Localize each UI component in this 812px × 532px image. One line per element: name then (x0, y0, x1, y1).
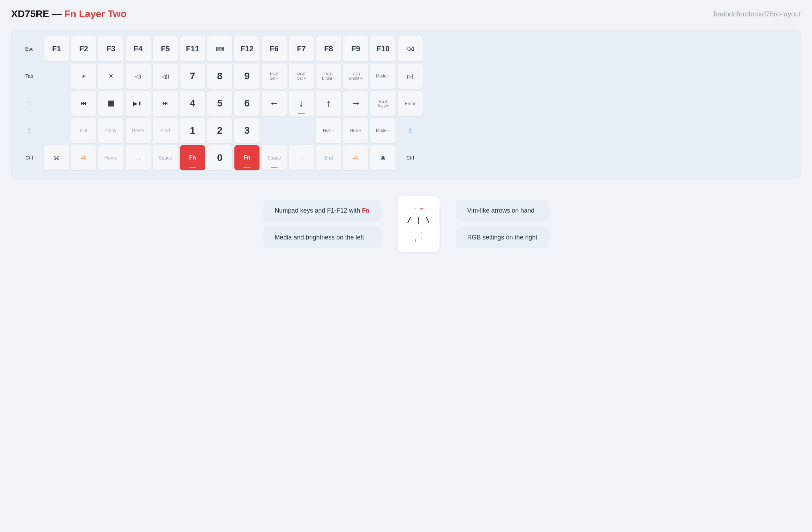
key-stop[interactable]: ⬛ (98, 91, 123, 116)
key-num2[interactable]: 2 (207, 118, 232, 143)
key-fn-indicator-right (243, 167, 250, 168)
key-copy[interactable]: Copy (98, 118, 123, 143)
page-header: XD75RE — Fn Layer Two braindefender/xd75… (11, 8, 801, 20)
key-cut[interactable]: Cut (71, 118, 96, 143)
key-rgb-bright-minus[interactable]: RGBBright – (316, 64, 341, 89)
key-vol-up[interactable]: ◁)) (153, 64, 178, 89)
key-find[interactable]: Find (153, 118, 178, 143)
legend-media: Media and brightness on the left (263, 227, 381, 248)
key-fn-right[interactable]: Fn (234, 145, 260, 170)
key-play-pause[interactable]: ▶⏸ (126, 91, 151, 116)
key-f10[interactable]: F10 (370, 36, 396, 61)
key-space-right[interactable]: Space (262, 145, 287, 170)
legend-rgb-settings: RGB settings on the right (456, 227, 549, 248)
key-f12[interactable]: F12 (234, 36, 260, 61)
legend-left: Numpad keys and F1-F12 with Fn Media and… (263, 200, 381, 248)
key-num1[interactable]: 1 (180, 118, 205, 143)
key-f11[interactable]: F11 (180, 36, 205, 61)
key-num0[interactable]: 0 (207, 145, 232, 170)
key-period-colon[interactable]: . : (289, 145, 314, 170)
key-esc[interactable]: Esc (17, 36, 42, 61)
legend-area: Numpad keys and F1-F12 with Fn Media and… (11, 196, 801, 252)
key-cmd-left[interactable]: ⌘ (44, 145, 69, 170)
key-f4[interactable]: F4 (126, 36, 151, 61)
key-space-left[interactable]: Space (153, 145, 178, 170)
key-fn-left[interactable]: Fn (180, 145, 205, 170)
key-alt-left[interactable]: Alt (71, 145, 96, 170)
legend-numpad: Numpad keys and F1-F12 with Fn (263, 200, 381, 221)
key-space-indicator (271, 167, 278, 168)
key-backspace[interactable]: ⌫ (398, 36, 423, 61)
keyboard-layout: Esc F1 F2 F3 F4 F5 F11 ⌨ F12 F6 F7 F8 F9… (11, 29, 801, 179)
key-hue-minus[interactable]: Hue – (316, 118, 341, 143)
keyboard-row-4: ⇧ Cut Copy Paste Find 1 2 3 Hue – Hue + … (17, 118, 795, 143)
key-f9[interactable]: F9 (343, 36, 368, 61)
key-f1[interactable]: F1 (44, 36, 69, 61)
key-f6[interactable]: F6 (262, 36, 287, 61)
key-f8[interactable]: F8 (316, 36, 341, 61)
key-ctrl-left[interactable]: Ctrl (17, 145, 42, 170)
key-arrow-left[interactable]: ← (262, 91, 287, 116)
key-paste[interactable]: Paste (126, 118, 151, 143)
key-shift-left-r3: ⇧ (17, 91, 42, 116)
legend-vim-arrows: Vim-like arrows on hand (456, 200, 549, 221)
key-forward-delete[interactable]: ▷| (398, 64, 423, 89)
key-tab[interactable]: Tab (17, 64, 42, 89)
key-ctrl-right[interactable]: Ctrl (398, 145, 423, 170)
key-num5[interactable]: 5 (207, 91, 232, 116)
keyboard-row-5: Ctrl ⌘ Alt Home , ; Space Fn 0 Fn Space … (17, 145, 795, 170)
key-next-track[interactable]: ⏭ (153, 91, 178, 116)
key-f7[interactable]: F7 (289, 36, 314, 61)
key-mode-plus[interactable]: Mode + (370, 64, 396, 89)
key-num8[interactable]: 8 (207, 64, 232, 89)
title-highlight: Fn Layer Two (65, 8, 127, 19)
key-num3[interactable]: 3 (234, 118, 260, 143)
key-keyboard-icon[interactable]: ⌨ (207, 36, 232, 61)
key-end[interactable]: End (316, 145, 341, 170)
key-num7[interactable]: 7 (180, 64, 205, 89)
page-title: XD75RE — Fn Layer Two (11, 8, 127, 20)
key-brightness-down[interactable]: ☀ (71, 64, 96, 89)
legend-right: Vim-like arrows on hand RGB settings on … (456, 200, 549, 248)
key-num6[interactable]: 6 (234, 91, 260, 116)
key-empty-r4-2 (262, 118, 287, 143)
key-mode-minus[interactable]: Mode – (370, 118, 396, 143)
key-empty-r4-3 (289, 118, 314, 143)
keyboard-row-3: ⇧ ⏮ ⬛ ▶⏸ ⏭ 4 5 6 ← ↓ ↑ → RGBToggle Enter (17, 91, 795, 116)
key-f2[interactable]: F2 (71, 36, 96, 61)
key-cmd-right[interactable]: ⌘ (370, 145, 396, 170)
key-brightness-up[interactable]: ☀ (98, 64, 123, 89)
key-rgb-bright-plus[interactable]: RGBBright + (343, 64, 368, 89)
key-arrow-up[interactable]: ↑ (316, 91, 341, 116)
key-shift-left-r4: ⇧ (17, 118, 42, 143)
key-vol-down[interactable]: ◁) (126, 64, 151, 89)
key-home[interactable]: Home (98, 145, 123, 170)
key-comma-semi[interactable]: , ; (126, 145, 151, 170)
legend-center-diagram: - — / | \ ` , ; " (398, 196, 439, 252)
key-arrow-right[interactable]: → (343, 91, 368, 116)
key-empty-r4-1 (44, 118, 69, 143)
key-prev-track[interactable]: ⏮ (71, 91, 96, 116)
keyboard-row-2: Tab ☀ ☀ ◁) ◁)) 7 8 9 RGBSat – RGBSat + R… (17, 64, 795, 89)
keyboard-row-1: Esc F1 F2 F3 F4 F5 F11 ⌨ F12 F6 F7 F8 F9… (17, 36, 795, 61)
key-f3[interactable]: F3 (98, 36, 123, 61)
page-subtitle: braindefender/xd75re-layout (714, 10, 801, 18)
key-enter[interactable]: Enter (398, 91, 423, 116)
key-hue-plus[interactable]: Hue + (343, 118, 368, 143)
key-rgb-sat-minus[interactable]: RGBSat – (262, 64, 287, 89)
key-indicator (298, 113, 305, 114)
key-f5[interactable]: F5 (153, 36, 178, 61)
key-fn-indicator-left (189, 167, 196, 168)
key-empty-r2-1 (44, 64, 69, 89)
key-rgb-toggle[interactable]: RGBToggle (370, 91, 396, 116)
key-num4[interactable]: 4 (180, 91, 205, 116)
key-arrow-down[interactable]: ↓ (289, 91, 314, 116)
key-empty-r3-1 (44, 91, 69, 116)
title-prefix: XD75RE — (11, 8, 65, 19)
key-num9[interactable]: 9 (234, 64, 260, 89)
legend-diagram: - — / | \ ` , ; " (407, 204, 430, 244)
key-rgb-sat-plus[interactable]: RGBSat + (289, 64, 314, 89)
key-shift-right-r4: ⇧ (398, 118, 423, 143)
key-alt-right[interactable]: Alt (343, 145, 368, 170)
